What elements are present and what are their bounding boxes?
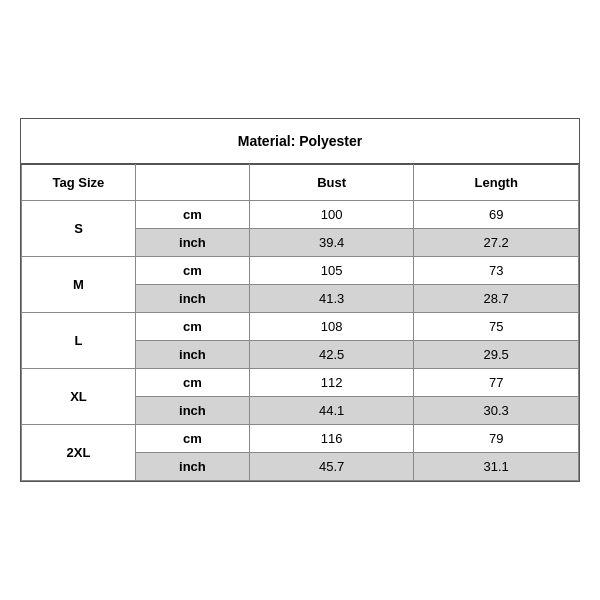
unit-cm: cm xyxy=(135,257,249,285)
unit-cm: cm xyxy=(135,313,249,341)
unit-inch: inch xyxy=(135,229,249,257)
bust-cm: 108 xyxy=(249,313,414,341)
bust-cm: 105 xyxy=(249,257,414,285)
length-cm: 75 xyxy=(414,313,579,341)
table-row: XL cm 112 77 xyxy=(22,369,579,397)
length-inch: 30.3 xyxy=(414,397,579,425)
unit-inch: inch xyxy=(135,341,249,369)
bust-inch: 45.7 xyxy=(249,453,414,481)
size-label: M xyxy=(22,257,136,313)
length-cm: 69 xyxy=(414,201,579,229)
bust-cm: 112 xyxy=(249,369,414,397)
length-cm: 79 xyxy=(414,425,579,453)
table-row: 2XL cm 116 79 xyxy=(22,425,579,453)
table-row: M cm 105 73 xyxy=(22,257,579,285)
table-body: S cm 100 69 inch 39.4 27.2 M cm 105 73 i… xyxy=(22,201,579,481)
size-label: XL xyxy=(22,369,136,425)
length-cm: 77 xyxy=(414,369,579,397)
size-table: Tag Size Bust Length S cm 100 69 inch 39… xyxy=(21,164,579,481)
col-tag-size: Tag Size xyxy=(22,165,136,201)
table-row: S cm 100 69 xyxy=(22,201,579,229)
table-header: Tag Size Bust Length xyxy=(22,165,579,201)
unit-inch: inch xyxy=(135,285,249,313)
unit-cm: cm xyxy=(135,369,249,397)
unit-cm: cm xyxy=(135,201,249,229)
length-inch: 29.5 xyxy=(414,341,579,369)
bust-inch: 42.5 xyxy=(249,341,414,369)
chart-title: Material: Polyester xyxy=(21,119,579,164)
size-label: 2XL xyxy=(22,425,136,481)
unit-inch: inch xyxy=(135,453,249,481)
bust-cm: 100 xyxy=(249,201,414,229)
size-label: L xyxy=(22,313,136,369)
length-inch: 28.7 xyxy=(414,285,579,313)
size-label: S xyxy=(22,201,136,257)
table-row: L cm 108 75 xyxy=(22,313,579,341)
unit-inch: inch xyxy=(135,397,249,425)
length-cm: 73 xyxy=(414,257,579,285)
length-inch: 27.2 xyxy=(414,229,579,257)
bust-inch: 39.4 xyxy=(249,229,414,257)
unit-cm: cm xyxy=(135,425,249,453)
col-length: Length xyxy=(414,165,579,201)
bust-inch: 44.1 xyxy=(249,397,414,425)
size-chart-container: Material: Polyester Tag Size Bust Length… xyxy=(20,118,580,482)
bust-cm: 116 xyxy=(249,425,414,453)
bust-inch: 41.3 xyxy=(249,285,414,313)
length-inch: 31.1 xyxy=(414,453,579,481)
col-unit-header xyxy=(135,165,249,201)
col-bust: Bust xyxy=(249,165,414,201)
